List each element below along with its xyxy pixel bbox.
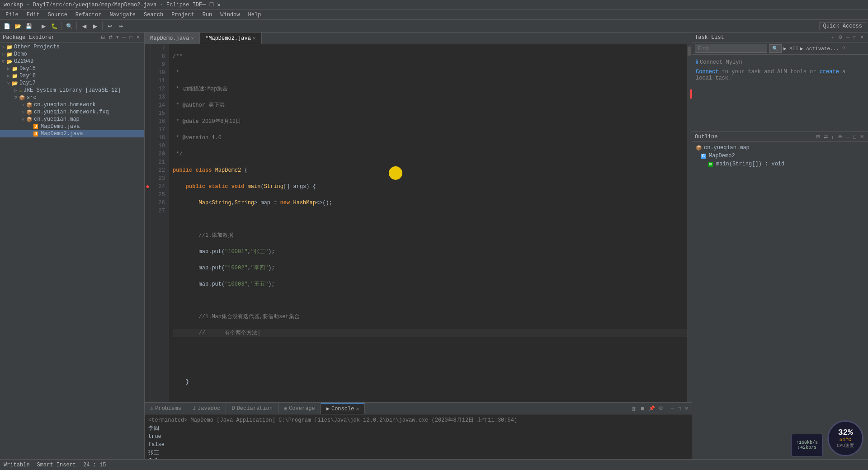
tab-javadoc[interactable]: J Javadoc bbox=[187, 403, 226, 414]
tree-demo[interactable]: ▷ 📁 Demo bbox=[0, 51, 144, 58]
line-25 bbox=[173, 345, 688, 353]
tab-declaration[interactable]: D Declaration bbox=[226, 403, 278, 414]
left-margin: ● bbox=[145, 44, 151, 402]
console-pin-button[interactable]: 📌 bbox=[647, 405, 656, 412]
menu-edit[interactable]: Edit bbox=[23, 11, 43, 19]
tab-console[interactable]: ▶ Console ✕ bbox=[321, 403, 365, 414]
tree-gz2049[interactable]: ▽ 📂 GZ2049 bbox=[0, 58, 144, 65]
tree-label: cn.yueqian.homework bbox=[34, 102, 96, 108]
outline-minimize-button[interactable]: ─ bbox=[845, 134, 851, 140]
tree-day17[interactable]: ▽ 📂 Day17 bbox=[0, 80, 144, 87]
titlebar-controls[interactable]: ─ □ ✕ bbox=[202, 1, 221, 9]
save-button[interactable]: 💾 bbox=[24, 21, 33, 31]
debug-button[interactable]: 🐛 bbox=[49, 21, 59, 31]
tree-pkg-homework-fxq[interactable]: ▷ 📦 cn.yueqian.homework.fxq bbox=[0, 108, 144, 116]
outline-close-button[interactable]: ✕ bbox=[859, 133, 865, 140]
run-button[interactable]: ▶ bbox=[38, 21, 48, 31]
search-button[interactable]: 🔍 bbox=[64, 21, 74, 31]
task-help-button[interactable]: ? bbox=[841, 45, 846, 52]
mylyn-title: Connect Mylyn bbox=[700, 59, 742, 66]
outline-maximize-button[interactable]: □ bbox=[852, 134, 858, 140]
code-content[interactable]: /** * * 功能描述:Map集合 * @author 吴正洪 * @date… bbox=[169, 44, 692, 402]
menu-refactor[interactable]: Refactor bbox=[72, 11, 105, 19]
console-close-button[interactable]: ✕ bbox=[683, 405, 690, 412]
task-options-button[interactable]: ⚙ bbox=[837, 34, 844, 41]
console-minimize-button[interactable]: ─ bbox=[670, 405, 676, 412]
tree-src[interactable]: ▽ 📦 src bbox=[0, 94, 144, 101]
new-button[interactable]: 📄 bbox=[2, 21, 12, 31]
status-position: 24 : 15 bbox=[83, 462, 106, 468]
task-find-input[interactable] bbox=[695, 44, 767, 53]
view-menu-button[interactable]: ▾ bbox=[115, 34, 120, 41]
collapse-all-button[interactable]: ⊟ bbox=[99, 34, 106, 41]
redo-button[interactable]: ↪ bbox=[116, 21, 126, 31]
minimize-panel-button[interactable]: ─ bbox=[121, 34, 127, 41]
menu-help[interactable]: Help bbox=[245, 11, 265, 19]
task-minimize-button[interactable]: ─ bbox=[845, 34, 851, 41]
outline-method[interactable]: m main(String[]) : void bbox=[694, 160, 866, 168]
open-button[interactable]: 📂 bbox=[13, 21, 23, 31]
maximize-panel-button[interactable]: □ bbox=[128, 34, 134, 41]
minimize-button[interactable]: ─ bbox=[202, 1, 206, 9]
console-options-button[interactable]: ⚙ bbox=[657, 405, 665, 412]
menu-search[interactable]: Search bbox=[140, 11, 167, 19]
console-maximize-button[interactable]: □ bbox=[676, 405, 682, 412]
back-button[interactable]: ◀ bbox=[79, 21, 89, 31]
tree-label: Day15 bbox=[19, 66, 36, 72]
tree-mapdemo[interactable]: ▷ J MapDemo.java bbox=[0, 123, 144, 130]
new-task-button[interactable]: + bbox=[830, 34, 835, 41]
tree-day15[interactable]: ▷ 📁 Day15 bbox=[0, 65, 144, 72]
editor-scrollbar[interactable] bbox=[687, 44, 692, 402]
tree-pkg-homework[interactable]: ▷ 📦 cn.yueqian.homework bbox=[0, 101, 144, 108]
tab-problems[interactable]: ⚠ Problems bbox=[145, 403, 187, 414]
console-stop-button[interactable]: ⏹ bbox=[639, 405, 646, 412]
outline-hide-button[interactable]: 👁 bbox=[836, 134, 844, 140]
margin-25 bbox=[145, 191, 151, 199]
outline-link-button[interactable]: ⇄ bbox=[822, 133, 829, 140]
tree-jre[interactable]: ▷ ☕ JRE System Library [JavaSE-12] bbox=[0, 87, 144, 94]
menu-window[interactable]: Window bbox=[217, 11, 243, 19]
tab-close-mapdemo2[interactable]: ✕ bbox=[253, 35, 256, 41]
quick-access-button[interactable]: Quick Access bbox=[819, 22, 866, 30]
tree-mapdemo2[interactable]: ▷ J MapDemo2.java bbox=[0, 130, 144, 137]
tree-day16[interactable]: ▷ 📁 Day16 bbox=[0, 72, 144, 80]
code-editor[interactable]: ● 7 8 9 10 11 12 13 14 15 16 17 bbox=[145, 44, 692, 402]
outline-class[interactable]: C MapDemo2 bbox=[694, 152, 866, 160]
undo-button[interactable]: ↩ bbox=[105, 21, 115, 31]
cpu-widget: 32% 51°C CPU速度 bbox=[827, 420, 863, 456]
coverage-icon: ▣ bbox=[284, 405, 287, 412]
tree-other-projects[interactable]: ▷ 📁 Other Projects bbox=[0, 43, 144, 51]
tree-pkg-map[interactable]: ▽ 📦 cn.yueqian.map bbox=[0, 116, 144, 123]
tab-close-console[interactable]: ✕ bbox=[356, 406, 359, 412]
outline-package[interactable]: 📦 cn.yueqian.map bbox=[694, 144, 866, 152]
menu-navigate[interactable]: Navigate bbox=[106, 11, 139, 19]
link-editor-button[interactable]: ⇄ bbox=[107, 34, 114, 41]
menu-source[interactable]: Source bbox=[44, 11, 71, 19]
console-clear-button[interactable]: 🗑 bbox=[630, 405, 638, 412]
tab-mapdemo[interactable]: MapDemo.java ✕ bbox=[145, 33, 200, 44]
line-9: * 功能描述:Map集合 bbox=[173, 85, 688, 93]
tab-label: Javadoc bbox=[198, 405, 220, 412]
tab-coverage[interactable]: ▣ Coverage bbox=[278, 403, 321, 414]
outline-collapse-button[interactable]: ⊟ bbox=[815, 133, 821, 140]
margin-13 bbox=[145, 93, 151, 101]
outline-sort-button[interactable]: ↕ bbox=[830, 134, 835, 140]
find-search-button[interactable]: 🔍 bbox=[769, 44, 782, 53]
menu-run[interactable]: Run bbox=[199, 11, 216, 19]
mylyn-create-link[interactable]: create bbox=[820, 69, 839, 75]
menu-project[interactable]: Project bbox=[168, 11, 198, 19]
mylyn-connect-link[interactable]: Connect bbox=[696, 69, 718, 75]
task-maximize-button[interactable]: □ bbox=[852, 34, 858, 41]
task-close-button[interactable]: ✕ bbox=[859, 34, 865, 41]
console-line-3: false bbox=[148, 441, 688, 449]
maximize-button[interactable]: □ bbox=[210, 1, 213, 9]
close-panel-button[interactable]: ✕ bbox=[135, 34, 142, 41]
forward-button[interactable]: ▶ bbox=[90, 21, 100, 31]
tab-close-mapdemo[interactable]: ✕ bbox=[191, 35, 194, 41]
menu-file[interactable]: File bbox=[2, 11, 22, 19]
close-button[interactable]: ✕ bbox=[217, 1, 221, 9]
tab-mapdemo2[interactable]: *MapDemo2.java ✕ bbox=[200, 33, 261, 44]
activate-label: ▶ Activate... bbox=[800, 46, 839, 52]
line-17 bbox=[173, 215, 688, 223]
task-list-title: Task List bbox=[695, 34, 724, 41]
